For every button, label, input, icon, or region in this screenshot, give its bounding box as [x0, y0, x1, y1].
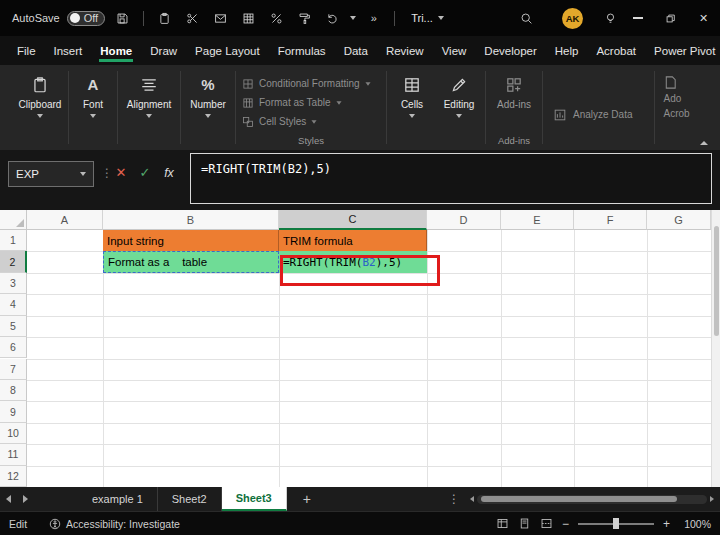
adobe-acrobat-button[interactable]: Ado Acrob [657, 65, 697, 150]
cancel-button[interactable]: ✕ [111, 164, 131, 182]
ribbon-tab-data[interactable]: Data [335, 38, 377, 64]
ribbon-tab-acrobat[interactable]: Acrobat [587, 38, 645, 64]
normal-view-button[interactable] [496, 517, 509, 530]
ribbon-group-label: Alignment [127, 99, 171, 110]
accessibility-status[interactable]: Accessibility: Investigate [49, 518, 180, 530]
column-header-E[interactable]: E [501, 210, 574, 230]
zoom-level[interactable]: 100% [679, 518, 711, 530]
cell-B1[interactable]: Input string [103, 230, 279, 251]
row-header-10[interactable]: 10 [0, 423, 27, 444]
percent-style-icon[interactable] [266, 7, 287, 29]
row-header-4[interactable]: 4 [0, 294, 27, 315]
sheet-options-icon[interactable]: ⋮ [448, 492, 460, 506]
conditional-formatting-button[interactable]: Conditional Formatting [242, 74, 384, 93]
row-header-2[interactable]: 2 [0, 251, 27, 272]
grid-line [27, 337, 711, 338]
ribbon-tab-insert[interactable]: Insert [45, 38, 92, 64]
horizontal-scrollbar-track[interactable] [477, 495, 707, 504]
more-quick-commands-icon[interactable]: » [363, 7, 384, 29]
close-button[interactable]: ✕ [687, 0, 720, 36]
vertical-scrollbar-thumb[interactable] [714, 226, 720, 336]
row-header-9[interactable]: 9 [0, 401, 27, 422]
save-icon[interactable] [112, 7, 133, 29]
ribbon-group-editing[interactable]: Editing [435, 65, 483, 150]
ribbon-tab-review[interactable]: Review [377, 38, 433, 64]
ribbon-group-number[interactable]: % Number [183, 65, 233, 150]
sheet-tab-example-1[interactable]: example 1 [78, 487, 158, 511]
row-header-5[interactable]: 5 [0, 316, 27, 337]
table-icon[interactable] [238, 7, 259, 29]
format-as-table-button[interactable]: Format as Table [242, 93, 384, 112]
row-header-8[interactable]: 8 [0, 380, 27, 401]
mail-icon[interactable] [210, 7, 231, 29]
horizontal-scrollbar-thumb[interactable] [481, 496, 677, 502]
lightbulb-icon[interactable] [600, 7, 621, 29]
row-header-12[interactable]: 12 [0, 466, 27, 487]
column-header-D[interactable]: D [427, 210, 501, 230]
sheet-tab-sheet2[interactable]: Sheet2 [158, 487, 222, 511]
ribbon-tab-file[interactable]: File [8, 38, 45, 64]
minimize-button[interactable] [621, 0, 654, 36]
zoom-slider[interactable] [578, 523, 654, 525]
ribbon-tab-page-layout[interactable]: Page Layout [186, 38, 269, 64]
clipboard-icon[interactable] [154, 7, 175, 29]
ribbon-tab-developer[interactable]: Developer [475, 38, 545, 64]
worksheet-grid: ABCDEFG 123456789101112 Input string TRI… [0, 210, 720, 487]
row-header-3[interactable]: 3 [0, 273, 27, 294]
autosave-toggle[interactable]: Off [67, 11, 105, 26]
cut-icon[interactable] [182, 7, 203, 29]
cell-C1[interactable]: TRIM formula [279, 230, 427, 251]
search-icon[interactable] [516, 7, 537, 29]
chevron-down-icon [365, 82, 370, 85]
zoom-out-button[interactable]: − [562, 517, 569, 531]
zoom-in-button[interactable]: + [663, 517, 670, 531]
row-header-7[interactable]: 7 [0, 359, 27, 380]
row-header-11[interactable]: 11 [0, 444, 27, 465]
column-header-A[interactable]: A [27, 210, 103, 230]
zoom-slider-knob[interactable] [613, 518, 619, 529]
name-box[interactable]: EXP [8, 161, 94, 187]
restore-button[interactable] [654, 0, 687, 36]
select-all-corner[interactable] [0, 210, 27, 230]
scroll-right-arrow[interactable] [710, 496, 714, 502]
column-header-B[interactable]: B [103, 210, 279, 230]
previous-sheet-button[interactable] [6, 495, 11, 503]
avatar[interactable]: AK [562, 8, 583, 29]
column-header-C[interactable]: C [279, 210, 427, 230]
formula-input[interactable]: =RIGHT(TRIM(B2),5) [190, 153, 712, 204]
scroll-left-arrow[interactable] [470, 496, 474, 502]
ribbon-group-cells[interactable]: Cells [389, 65, 435, 150]
ribbon-tab-draw[interactable]: Draw [141, 38, 186, 64]
format-painter-icon[interactable] [294, 7, 315, 29]
ribbon-tab-formulas[interactable]: Formulas [269, 38, 335, 64]
undo-icon[interactable] [322, 7, 343, 29]
ribbon-tab-help[interactable]: Help [546, 38, 588, 64]
column-header-F[interactable]: F [574, 210, 647, 230]
analyze-data-button[interactable]: Analyze Data [545, 65, 640, 150]
workbook-title-menu[interactable]: Tri... [411, 12, 444, 24]
collapse-ribbon-button[interactable] [700, 141, 708, 145]
vertical-scrollbar[interactable] [711, 210, 720, 487]
cell-styles-button[interactable]: Cell Styles [242, 112, 384, 131]
ribbon-group-font[interactable]: A Font [71, 65, 115, 150]
insert-function-button[interactable]: fx [159, 164, 179, 182]
ribbon-group-clipboard[interactable]: Clipboard [14, 65, 66, 150]
ribbon-tab-view[interactable]: View [433, 38, 476, 64]
row-header-1[interactable]: 1 [0, 230, 27, 251]
page-layout-view-button[interactable] [518, 517, 531, 530]
cell-B2[interactable]: Format as a table [103, 251, 279, 272]
horizontal-scrollbar[interactable] [470, 495, 714, 504]
column-header-G[interactable]: G [647, 210, 711, 230]
ribbon-group-alignment[interactable]: Alignment [120, 65, 178, 150]
ribbon-tab-home[interactable]: Home [91, 38, 141, 64]
chevron-down-icon[interactable] [350, 16, 356, 20]
page-break-preview-button[interactable] [540, 517, 553, 530]
sheet-tab-sheet3[interactable]: Sheet3 [222, 487, 287, 511]
next-sheet-button[interactable] [23, 495, 28, 503]
ribbon-tab-power-pivot[interactable]: Power Pivot [645, 38, 720, 64]
new-sheet-button[interactable]: + [303, 491, 311, 507]
row-header-6[interactable]: 6 [0, 337, 27, 358]
enter-button[interactable]: ✓ [135, 164, 155, 182]
addins-button[interactable]: Add-ins [488, 65, 540, 110]
autosave-state: Off [84, 12, 98, 24]
